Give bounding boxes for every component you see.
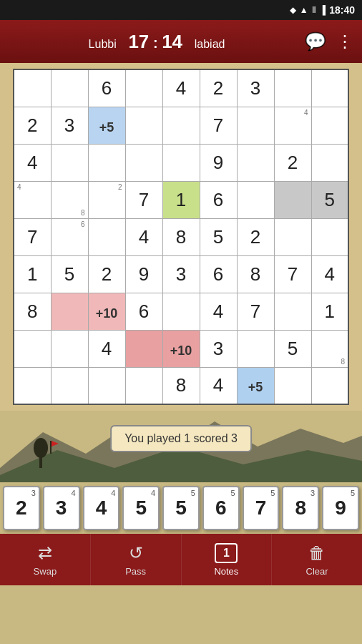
cell-2-6[interactable] [237,144,274,181]
cell-0-4[interactable]: 4 [162,69,200,107]
cell-6-3[interactable]: 6 [125,293,162,330]
cell-3-6[interactable] [237,181,274,218]
cell-3-4[interactable]: 1 [162,181,200,218]
cell-3-3[interactable]: 7 [125,181,162,218]
cell-8-3[interactable] [125,367,162,404]
cell-8-5[interactable]: 4 [200,367,237,404]
cell-4-6[interactable]: 2 [237,218,274,255]
scene-area: You played 1 scored 3 [0,411,362,482]
cell-1-1[interactable]: 3 [51,107,88,144]
cell-1-4[interactable] [162,107,200,144]
cell-7-3[interactable] [125,330,162,367]
cell-5-4[interactable]: 3 [162,255,200,293]
cell-2-8[interactable] [311,144,348,181]
cell-5-0[interactable]: 1 [14,255,51,293]
cell-6-5[interactable]: 4 [200,293,237,330]
status-time: 18:40 [329,4,355,16]
cell-7-5[interactable]: 3 [200,330,237,367]
tile-1[interactable]: 34 [43,486,80,530]
cell-1-3[interactable] [125,107,162,144]
cell-0-1[interactable] [51,69,88,107]
cell-3-7[interactable] [274,181,311,218]
cell-7-6[interactable] [237,330,274,367]
cell-7-2[interactable]: 4 [88,330,125,367]
cell-7-0[interactable] [14,330,51,367]
cell-8-2[interactable] [88,367,125,404]
cell-5-7[interactable]: 7 [274,255,311,293]
cell-3-2[interactable]: 2 [88,181,125,218]
cell-5-8[interactable]: 4 [311,255,348,293]
clear-button[interactable]: 🗑 Clear [272,534,362,585]
cell-0-6[interactable]: 3 [237,69,274,107]
cell-3-1[interactable]: 8 [51,181,88,218]
cell-0-7[interactable] [274,69,311,107]
cell-0-0[interactable] [14,69,51,107]
cell-0-3[interactable] [125,69,162,107]
cell-8-0[interactable] [14,367,51,404]
cell-4-1[interactable]: 6 [51,218,88,255]
tile-6[interactable]: 75 [243,486,280,530]
cell-3-8[interactable]: 5 [311,181,348,218]
cell-0-2[interactable]: 6 [88,69,125,107]
cell-3-5[interactable]: 6 [200,181,237,218]
cell-4-3[interactable]: 4 [125,218,162,255]
cell-6-2[interactable]: +10 [88,293,125,330]
tile-4[interactable]: 55 [162,486,200,530]
cell-7-7[interactable]: 5 [274,330,311,367]
cell-5-2[interactable]: 2 [88,255,125,293]
cell-4-5[interactable]: 5 [200,218,237,255]
cell-4-7[interactable] [274,218,311,255]
menu-icon[interactable]: ⋮ [336,31,353,52]
cell-1-2[interactable]: +5 [88,107,125,144]
cell-8-6[interactable]: +5 [237,367,274,404]
battery-icon: ▐ [320,5,326,15]
tile-0[interactable]: 23 [3,486,40,530]
cell-2-4[interactable] [162,144,200,181]
cell-4-2[interactable] [88,218,125,255]
cell-4-0[interactable]: 7 [14,218,51,255]
cell-1-7[interactable]: 4 [274,107,311,144]
status-bar: ◆ ▲ Ⅱ ▐ 18:40 [0,0,362,20]
cell-2-1[interactable] [51,144,88,181]
tile-3[interactable]: 54 [122,486,160,530]
cell-2-2[interactable] [88,144,125,181]
cell-6-1[interactable] [51,293,88,330]
tile-7[interactable]: 83 [282,486,319,530]
cell-8-4[interactable]: 8 [162,367,200,404]
notes-button[interactable]: 1 Notes [182,534,273,585]
chat-icon[interactable]: 💬 [305,31,326,52]
pass-button[interactable]: ↺ Pass [91,534,182,585]
cell-7-1[interactable] [51,330,88,367]
cell-4-8[interactable] [311,218,348,255]
cell-3-0[interactable]: 4 [14,181,51,218]
cell-2-7[interactable]: 2 [274,144,311,181]
cell-6-6[interactable]: 7 [237,293,274,330]
cell-6-8[interactable]: 1 [311,293,348,330]
cell-1-6[interactable] [237,107,274,144]
tile-2[interactable]: 44 [83,486,120,530]
cell-6-4[interactable] [162,293,200,330]
cell-5-6[interactable]: 8 [237,255,274,293]
cell-2-3[interactable] [125,144,162,181]
tile-8[interactable]: 95 [322,486,359,530]
cell-5-1[interactable]: 5 [51,255,88,293]
cell-8-1[interactable] [51,367,88,404]
cell-4-4[interactable]: 8 [162,218,200,255]
cell-0-8[interactable] [311,69,348,107]
cell-0-5[interactable]: 2 [200,69,237,107]
cell-5-5[interactable]: 6 [200,255,237,293]
cell-6-0[interactable]: 8 [14,293,51,330]
cell-6-7[interactable] [274,293,311,330]
tile-5[interactable]: 65 [202,486,240,530]
cell-2-5[interactable]: 9 [200,144,237,181]
cell-5-3[interactable]: 9 [125,255,162,293]
cell-1-8[interactable] [311,107,348,144]
cell-1-0[interactable]: 2 [14,107,51,144]
cell-7-8[interactable]: 8 [311,330,348,367]
cell-7-4[interactable]: +10 [162,330,200,367]
cell-2-0[interactable]: 4 [14,144,51,181]
cell-8-8[interactable] [311,367,348,404]
cell-8-7[interactable] [274,367,311,404]
swap-button[interactable]: ⇄ Swap [0,534,91,585]
cell-1-5[interactable]: 7 [200,107,237,144]
